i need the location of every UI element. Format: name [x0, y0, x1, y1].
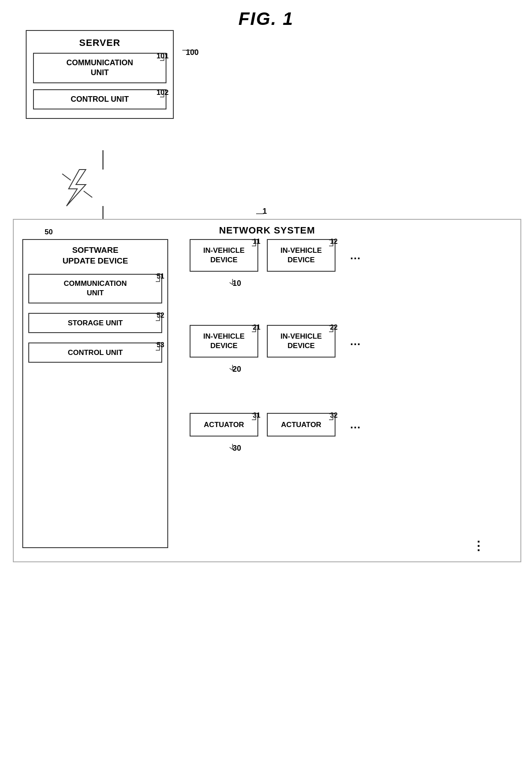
sud-control-unit-label: CONTROL UNIT: [68, 349, 123, 357]
svg-line-29: [233, 447, 236, 449]
row1-dots: …: [350, 249, 362, 262]
figure-title: FIG. 1: [0, 9, 532, 29]
ref-102-bracket: [158, 89, 166, 98]
sud-control-unit-box: CONTROL UNIT: [28, 343, 162, 363]
actuator-row: ACTUATOR 31 ACTUATOR 32: [190, 413, 499, 441]
sud-comm-unit-box: COMMUNICATIONUNIT: [28, 274, 162, 303]
wireless-icon: [58, 167, 101, 208]
svg-line-28: [230, 447, 233, 449]
svg-line-25: [230, 368, 233, 370]
row3-dots: …: [350, 418, 362, 431]
bottom-dots: ⋮: [472, 539, 486, 553]
network-system-label: NETWORK SYSTEM: [14, 220, 520, 238]
svg-line-19: [84, 191, 92, 197]
network-system-box: NETWORK SYSTEM 1 50 SOFTWAREUPDATE DEVIC…: [13, 219, 521, 562]
ref-52-bracket: [154, 313, 161, 321]
in-vehicle-device-22: IN-VEHICLEDEVICE: [267, 325, 336, 358]
server-control-unit-label: CONTROL UNIT: [71, 95, 129, 103]
ref-100-line: [182, 44, 200, 57]
server-control-unit-box: CONTROL UNIT: [33, 89, 166, 109]
actuator-31: ACTUATOR: [190, 413, 258, 437]
svg-line-23: [233, 282, 236, 285]
server-box: SERVER COMMUNICATIONUNIT 101 CONTROL UNI…: [26, 30, 174, 119]
server-comm-unit-box: COMMUNICATIONUNIT: [33, 53, 166, 83]
ref-101-bracket: [158, 53, 166, 61]
software-update-label: SOFTWAREUPDATE DEVICE: [28, 245, 162, 266]
page-container: FIG. 1 SERVER COMMUNICATIONUNIT 101 CONT…: [0, 0, 532, 770]
actuator-32: ACTUATOR: [267, 413, 336, 437]
svg-line-26: [233, 368, 236, 370]
ref-53-bracket: [154, 343, 161, 351]
in-vehicle-device-21: IN-VEHICLEDEVICE: [190, 325, 258, 358]
ref-1-line: [256, 208, 269, 220]
row2-dots: …: [350, 335, 362, 348]
svg-line-18: [62, 174, 71, 180]
svg-marker-17: [66, 170, 86, 206]
server-label: SERVER: [33, 37, 166, 49]
server-comm-unit-label: COMMUNICATIONUNIT: [40, 58, 159, 78]
actuator-31-label: ACTUATOR: [204, 421, 244, 429]
ref-50: 50: [45, 228, 53, 236]
actuator-32-label: ACTUATOR: [281, 421, 321, 429]
ref-51-bracket: [154, 274, 161, 282]
software-update-device-box: 50 SOFTWAREUPDATE DEVICE COMMUNICATIONUN…: [22, 239, 168, 548]
svg-line-22: [230, 282, 233, 285]
storage-unit-box: STORAGE UNIT: [28, 313, 162, 333]
sud-comm-unit-label: COMMUNICATIONUNIT: [36, 279, 155, 298]
storage-unit-label: STORAGE UNIT: [68, 319, 123, 327]
in-vehicle-device-12: IN-VEHICLEDEVICE: [267, 239, 336, 272]
device-row-1: IN-VEHICLEDEVICE 11 IN-VEHICLEDEVICE 12: [190, 239, 499, 276]
device-row-2: IN-VEHICLEDEVICE 21 IN-VEHICLEDEVICE 22: [190, 325, 499, 362]
in-vehicle-device-11: IN-VEHICLEDEVICE: [190, 239, 258, 272]
